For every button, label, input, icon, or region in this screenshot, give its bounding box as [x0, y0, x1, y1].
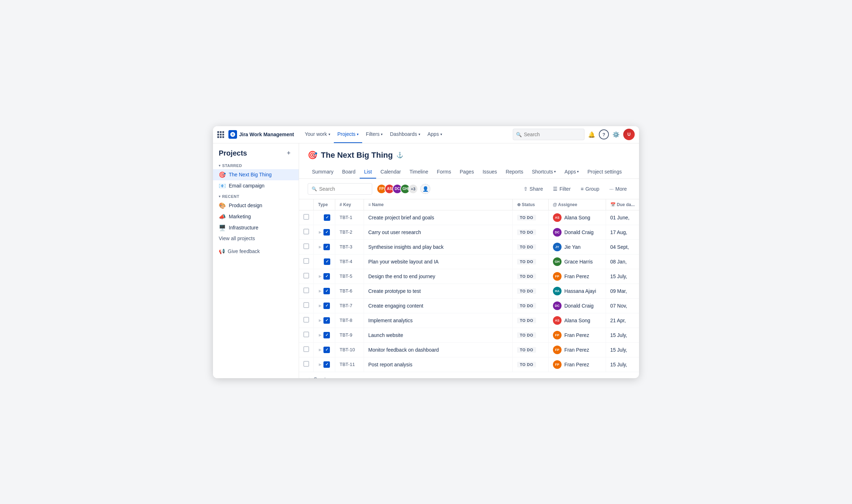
row-checkbox[interactable]	[303, 243, 309, 249]
row-checkbox-cell[interactable]	[299, 239, 314, 254]
give-feedback-button[interactable]: 📢 Give feedback	[213, 246, 299, 256]
row-checkbox-cell[interactable]	[299, 357, 314, 372]
assignee-avatar[interactable]: AS	[553, 316, 562, 325]
tab-reports[interactable]: Reports	[501, 166, 527, 179]
more-button[interactable]: ··· More	[606, 183, 630, 195]
row-status-cell[interactable]: TO DO	[512, 269, 548, 284]
sidebar-item-email-campaign[interactable]: 📧 Email campaign	[213, 180, 299, 191]
assignee-avatar[interactable]: DC	[553, 301, 562, 310]
view-all-projects-link[interactable]: View all projects	[213, 233, 299, 243]
list-search-input[interactable]	[319, 186, 368, 192]
status-badge[interactable]: TO DO	[517, 318, 536, 323]
row-name-cell[interactable]: Create prototype to test	[364, 284, 513, 298]
status-badge[interactable]: TO DO	[517, 332, 536, 338]
share-button[interactable]: ⇧ Share	[520, 183, 546, 195]
expand-arrow-icon[interactable]: ▶	[319, 289, 322, 293]
row-assignee-cell[interactable]: FP Fran Perez	[548, 328, 606, 342]
row-assignee-cell[interactable]: JY Jie Yan	[548, 239, 606, 254]
status-badge[interactable]: TO DO	[517, 362, 536, 367]
row-name-cell[interactable]: Implement analytics	[364, 313, 513, 328]
row-name-cell[interactable]: Carry out user research	[364, 225, 513, 239]
add-project-button[interactable]: +	[284, 149, 293, 158]
row-key-cell[interactable]: TBT-10	[335, 342, 364, 357]
row-checkbox-cell[interactable]	[299, 254, 314, 269]
settings-icon[interactable]: ⚙️	[610, 129, 622, 140]
recent-group-label[interactable]: ▾ RECENT	[213, 191, 299, 200]
row-checkbox-cell[interactable]	[299, 298, 314, 313]
row-name-cell[interactable]: Launch website	[364, 328, 513, 342]
row-assignee-cell[interactable]: FP Fran Perez	[548, 357, 606, 372]
row-key-cell[interactable]: TBT-9	[335, 328, 364, 342]
assignee-avatar[interactable]: FP	[553, 346, 562, 354]
row-status-cell[interactable]: TO DO	[512, 313, 548, 328]
col-name-header[interactable]: ≡ Name	[364, 199, 513, 210]
tab-summary[interactable]: Summary	[308, 166, 338, 179]
row-assignee-cell[interactable]: HA Hassana Ajayi	[548, 284, 606, 298]
nav-projects[interactable]: Projects ▾	[334, 126, 363, 143]
row-checkbox-cell[interactable]	[299, 313, 314, 328]
nav-filters[interactable]: Filters ▾	[362, 126, 386, 143]
starred-group-label[interactable]: ▾ STARRED	[213, 161, 299, 169]
assignee-avatar[interactable]: GH	[553, 257, 562, 266]
avatar-count[interactable]: +3	[408, 184, 418, 194]
col-assignee-header[interactable]: @ Assignee	[548, 199, 606, 210]
row-status-cell[interactable]: TO DO	[512, 298, 548, 313]
row-assignee-cell[interactable]: FP Fran Perez	[548, 342, 606, 357]
assignee-avatar[interactable]: FP	[553, 360, 562, 369]
sidebar-item-marketing[interactable]: 📣 Marketing	[213, 211, 299, 222]
row-status-cell[interactable]: TO DO	[512, 284, 548, 298]
star-icon[interactable]: ⚓	[396, 152, 403, 158]
row-checkbox-cell[interactable]	[299, 328, 314, 342]
row-assignee-cell[interactable]: AS Alana Song	[548, 313, 606, 328]
row-checkbox[interactable]	[303, 287, 309, 293]
expand-arrow-icon[interactable]: ▶	[319, 245, 322, 249]
create-task-button[interactable]: + Create	[299, 372, 639, 378]
row-assignee-cell[interactable]: AS Alana Song	[548, 210, 606, 225]
expand-arrow-icon[interactable]: ▶	[319, 348, 322, 352]
row-assignee-cell[interactable]: FP Fran Perez	[548, 269, 606, 284]
row-status-cell[interactable]: TO DO	[512, 342, 548, 357]
nav-your-work[interactable]: Your work ▾	[301, 126, 334, 143]
row-checkbox[interactable]	[303, 317, 309, 323]
nav-apps[interactable]: Apps ▾	[424, 126, 446, 143]
help-icon[interactable]: ?	[599, 129, 609, 139]
status-badge[interactable]: TO DO	[517, 347, 536, 353]
tab-apps[interactable]: Apps ▾	[560, 166, 583, 179]
row-name-cell[interactable]: Create engaging content	[364, 298, 513, 313]
grid-icon[interactable]	[217, 131, 224, 138]
row-key-cell[interactable]: TBT-7	[335, 298, 364, 313]
row-checkbox[interactable]	[303, 258, 309, 264]
row-checkbox[interactable]	[303, 361, 309, 367]
assignee-avatar[interactable]: DC	[553, 228, 562, 237]
group-button[interactable]: ≡ Group	[577, 183, 603, 195]
row-checkbox[interactable]	[303, 214, 309, 220]
row-status-cell[interactable]: TO DO	[512, 210, 548, 225]
assignee-avatar[interactable]: FP	[553, 272, 562, 281]
row-checkbox[interactable]	[303, 332, 309, 337]
nav-dashboards[interactable]: Dashboards ▾	[386, 126, 424, 143]
tab-shortcuts[interactable]: Shortcuts ▾	[527, 166, 560, 179]
assignee-avatar[interactable]: HA	[553, 287, 562, 295]
tab-issues[interactable]: Issues	[478, 166, 501, 179]
task-type-checkbox[interactable]: ✓	[324, 214, 330, 221]
row-checkbox-cell[interactable]	[299, 284, 314, 298]
row-checkbox[interactable]	[303, 229, 309, 234]
filter-button[interactable]: ☰ Filter	[549, 183, 574, 195]
assignee-avatar[interactable]: FP	[553, 331, 562, 339]
notifications-icon[interactable]: 🔔	[586, 129, 597, 140]
expand-arrow-icon[interactable]: ▶	[319, 274, 322, 278]
row-key-cell[interactable]: TBT-4	[335, 254, 364, 269]
tab-forms[interactable]: Forms	[432, 166, 455, 179]
add-assignee-button[interactable]: 👤	[420, 184, 430, 194]
col-key-header[interactable]: # Key	[335, 199, 364, 210]
status-badge[interactable]: TO DO	[517, 244, 536, 250]
row-name-cell[interactable]: Post report analysis	[364, 357, 513, 372]
task-type-checkbox[interactable]: ✓	[324, 258, 330, 265]
row-checkbox-cell[interactable]	[299, 342, 314, 357]
global-search[interactable]: 🔍	[513, 129, 584, 140]
sidebar-item-product-design[interactable]: 🎨 Product design	[213, 200, 299, 211]
row-key-cell[interactable]: TBT-6	[335, 284, 364, 298]
status-badge[interactable]: TO DO	[517, 274, 536, 279]
row-assignee-cell[interactable]: DC Donald Craig	[548, 225, 606, 239]
expand-arrow-icon[interactable]: ▶	[319, 304, 322, 308]
